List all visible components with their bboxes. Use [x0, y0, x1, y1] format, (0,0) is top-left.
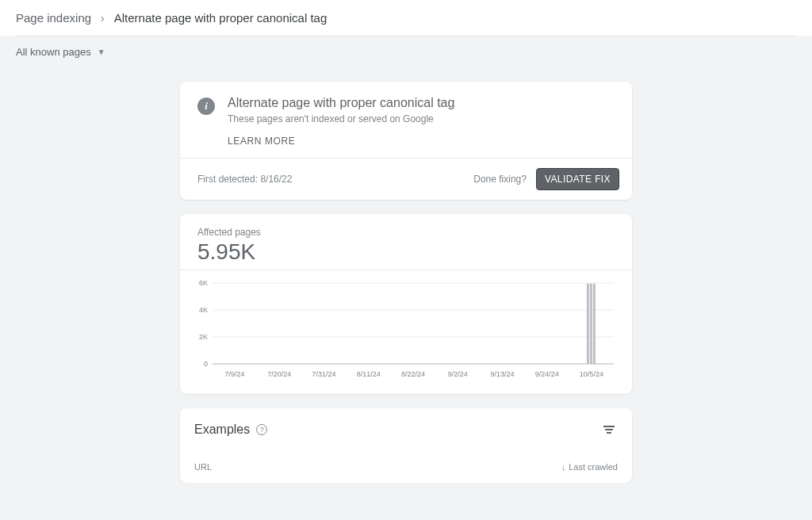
examples-title: Examples: [194, 422, 250, 437]
issue-subtitle: These pages aren't indexed or served on …: [228, 113, 454, 124]
chevron-right-icon: ›: [101, 12, 105, 25]
filter-icon[interactable]: [600, 422, 618, 437]
svg-rect-19: [593, 284, 596, 364]
arrow-down-icon: ↓: [561, 462, 566, 472]
issue-title: Alternate page with proper canonical tag: [228, 96, 454, 110]
svg-text:2K: 2K: [199, 333, 208, 341]
svg-text:7/31/24: 7/31/24: [312, 370, 336, 378]
chart-area: 02K4K6K7/9/247/20/247/31/248/11/248/22/2…: [180, 270, 632, 394]
page-filter-dropdown[interactable]: All known pages ▼: [0, 36, 121, 67]
issue-card: i Alternate page with proper canonical t…: [180, 82, 632, 200]
svg-rect-17: [587, 284, 589, 364]
svg-text:9/2/24: 9/2/24: [448, 370, 468, 378]
affected-value: 5.95K: [197, 239, 615, 265]
svg-rect-18: [590, 284, 592, 364]
affected-pages-card: Affected pages 5.95K 02K4K6K7/9/247/20/2…: [180, 214, 632, 394]
info-icon: i: [197, 98, 215, 115]
examples-card: Examples ? URL ↓ Last crawled: [180, 408, 632, 483]
url-column-header: URL: [194, 462, 212, 472]
svg-text:8/22/24: 8/22/24: [401, 370, 425, 378]
page-filter-label: All known pages: [16, 46, 91, 58]
svg-text:7/9/24: 7/9/24: [225, 370, 245, 378]
breadcrumb-parent[interactable]: Page indexing: [16, 11, 91, 25]
svg-text:7/20/24: 7/20/24: [267, 370, 291, 378]
validate-fix-button[interactable]: VALIDATE FIX: [536, 168, 619, 190]
divider: [16, 36, 796, 36]
svg-text:8/11/24: 8/11/24: [357, 370, 381, 378]
svg-text:0: 0: [204, 360, 208, 368]
svg-text:9/24/24: 9/24/24: [535, 370, 559, 378]
last-crawled-column-header[interactable]: ↓ Last crawled: [561, 462, 618, 472]
examples-table-header: URL ↓ Last crawled: [180, 445, 632, 476]
affected-pages-chart: 02K4K6K7/9/247/20/247/31/248/11/248/22/2…: [191, 278, 621, 381]
breadcrumb-current: Alternate page with proper canonical tag: [114, 11, 327, 25]
done-fixing-label: Done fixing?: [473, 174, 527, 185]
help-icon[interactable]: ?: [256, 424, 267, 435]
learn-more-link[interactable]: LEARN MORE: [180, 132, 632, 158]
breadcrumb: Page indexing › Alternate page with prop…: [0, 0, 812, 36]
affected-label: Affected pages: [197, 227, 615, 238]
first-detected-text: First detected: 8/16/22: [197, 174, 292, 185]
svg-text:6K: 6K: [199, 279, 208, 287]
svg-text:4K: 4K: [199, 306, 208, 314]
svg-text:9/13/24: 9/13/24: [490, 370, 514, 378]
caret-down-icon: ▼: [98, 48, 105, 56]
svg-text:10/5/24: 10/5/24: [580, 370, 603, 378]
